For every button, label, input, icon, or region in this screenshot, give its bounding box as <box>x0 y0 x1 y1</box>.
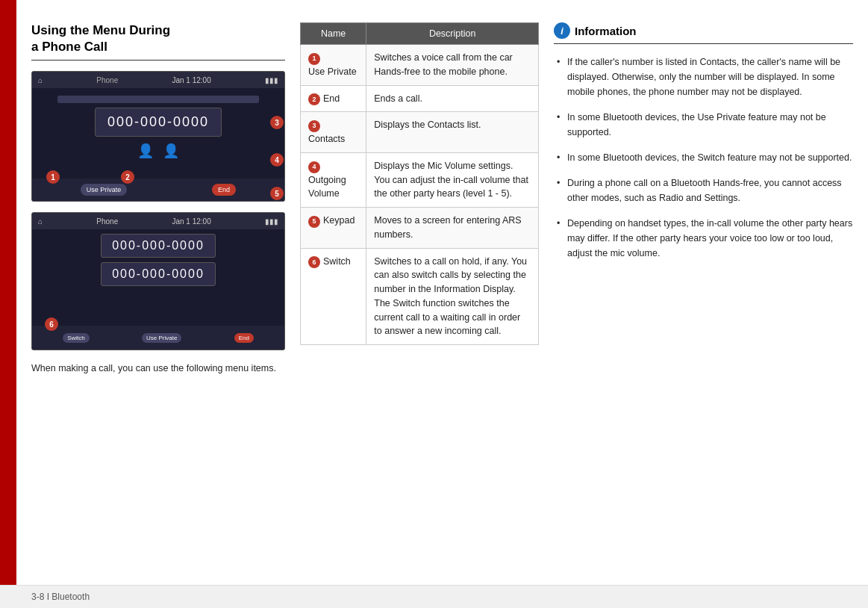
phone-number-2a: 000-000-0000 <box>101 234 216 258</box>
table-cell-desc: Switches a voice call from the car Hands… <box>366 45 539 86</box>
person-icon: 👤 <box>137 143 154 159</box>
info-bullet-1: If the caller's number is listed in Cont… <box>554 52 853 102</box>
title-line2: a Phone Call <box>31 40 107 54</box>
person-icon-2: 👤 <box>163 143 179 159</box>
info-header: i Information <box>554 22 853 44</box>
screenshot-2-wrapper: ⌂ Phone Jan 1 12:00 ▮▮▮ 000-000-0000 000… <box>31 209 285 350</box>
footer-text: 3-8 I Bluetooth <box>31 592 90 602</box>
table-cell-desc: Moves to a screen for entering ARS numbe… <box>366 208 539 249</box>
phone-label-1: Phone <box>96 76 118 84</box>
table-row: 2EndEnds a call. <box>301 85 539 112</box>
info-bullet-3: In some Bluetooth devices, the Switch fe… <box>554 147 853 168</box>
phone-number-1: 000-000-0000 <box>95 108 222 137</box>
screen-top-bar-1: ⌂ Phone Jan 1 12:00 ▮▮▮ <box>32 72 284 88</box>
table-cell-desc: Displays the Contacts list. <box>366 112 539 153</box>
table-row: 3ContactsDisplays the Contacts list. <box>301 112 539 153</box>
table-cell-name: 2End <box>301 85 366 112</box>
home-icon: ⌂ <box>38 76 43 84</box>
menu-table: Name Description 1Use PrivateSwitches a … <box>300 22 539 345</box>
phone-bottom-bar-2: Switch Use Private End <box>32 326 284 350</box>
table-cell-name: 6Switch <box>301 248 366 345</box>
home-icon-2: ⌂ <box>38 217 43 226</box>
title-line1: Using the Menu During <box>31 23 170 37</box>
table-row: 4OutgoingVolumeDisplays the Mic Volume s… <box>301 152 539 207</box>
phone-icon-row: 👤 👤 <box>137 143 179 159</box>
row-badge-6: 6 <box>308 256 320 268</box>
info-bullet-4: During a phone call on a Bluetooth Hands… <box>554 173 853 208</box>
phone-screen-1: ⌂ Phone Jan 1 12:00 ▮▮▮ 000-000-0000 👤 👤 <box>31 71 285 202</box>
table-cell-desc: Ends a call. <box>366 85 539 112</box>
phone-bottom-bar-1: Use Private End <box>32 179 284 201</box>
screenshot-1-wrapper: ⌂ Phone Jan 1 12:00 ▮▮▮ 000-000-0000 👤 👤 <box>31 71 285 202</box>
col-name-header: Name <box>301 23 366 45</box>
table-row: 5KeypadMoves to a screen for entering AR… <box>301 208 539 249</box>
left-sidebar <box>0 0 16 585</box>
table-cell-name: 4OutgoingVolume <box>301 152 366 207</box>
table-row: 6SwitchSwitches to a call on hold, if an… <box>301 248 539 345</box>
section-title: Using the Menu During a Phone Call <box>31 22 285 61</box>
switch-btn[interactable]: Switch <box>63 333 90 343</box>
row-badge-3: 3 <box>308 120 320 132</box>
table-row: 1Use PrivateSwitches a voice call from t… <box>301 45 539 86</box>
phone-screenshots: ⌂ Phone Jan 1 12:00 ▮▮▮ 000-000-0000 👤 👤 <box>31 71 285 350</box>
signal-icon: ▮▮▮ <box>265 76 278 84</box>
screen-content-2: 000-000-0000 000-000-0000 <box>32 229 284 291</box>
phone-time-2: Jan 1 12:00 <box>172 217 210 226</box>
end-btn[interactable]: End <box>212 184 236 196</box>
table-cell-desc: Switches to a call on hold, if any. You … <box>366 248 539 345</box>
table-cell-name: 5Keypad <box>301 208 366 249</box>
info-icon-label: i <box>561 25 563 37</box>
table-body: 1Use PrivateSwitches a voice call from t… <box>301 45 539 345</box>
screen-top-bar-2: ⌂ Phone Jan 1 12:00 ▮▮▮ <box>32 213 284 229</box>
phone-number-2b: 000-000-0000 <box>101 262 216 286</box>
info-list: If the caller's number is listed in Cont… <box>554 52 853 264</box>
table-cell-desc: Displays the Mic Volume settings. You ca… <box>366 152 539 207</box>
end-btn-2[interactable]: End <box>234 333 254 343</box>
page-footer: 3-8 I Bluetooth <box>0 585 868 608</box>
description-text: When making a call, you can use the foll… <box>31 361 285 376</box>
volume-bar <box>57 96 259 103</box>
phone-label-2: Phone <box>96 217 118 226</box>
phone-time-1: Jan 1 12:00 <box>172 76 210 84</box>
phone-screen-2: ⌂ Phone Jan 1 12:00 ▮▮▮ 000-000-0000 000… <box>31 212 285 350</box>
main-content: Using the Menu During a Phone Call ⌂ Pho… <box>16 0 868 585</box>
signal-icon-2: ▮▮▮ <box>265 217 278 226</box>
row-badge-5: 5 <box>308 216 320 228</box>
use-private-btn[interactable]: Use Private <box>81 184 128 196</box>
use-private-btn-2[interactable]: Use Private <box>142 333 181 343</box>
table-cell-name: 1Use Private <box>301 45 366 86</box>
right-column: i Information If the caller's number is … <box>554 22 853 570</box>
col-desc-header: Description <box>366 23 539 45</box>
row-badge-1: 1 <box>308 53 320 65</box>
left-column: Using the Menu During a Phone Call ⌂ Pho… <box>31 22 285 570</box>
info-bullet-2: In some Bluetooth devices, the Use Priva… <box>554 107 853 143</box>
row-badge-2: 2 <box>308 93 320 105</box>
row-badge-4: 4 <box>308 161 320 173</box>
info-title: Information <box>575 25 637 37</box>
middle-column: Name Description 1Use PrivateSwitches a … <box>300 22 539 570</box>
table-cell-name: 3Contacts <box>301 112 366 153</box>
info-icon: i <box>554 22 570 39</box>
info-bullet-5: Depending on handset types, the in-call … <box>554 213 853 264</box>
